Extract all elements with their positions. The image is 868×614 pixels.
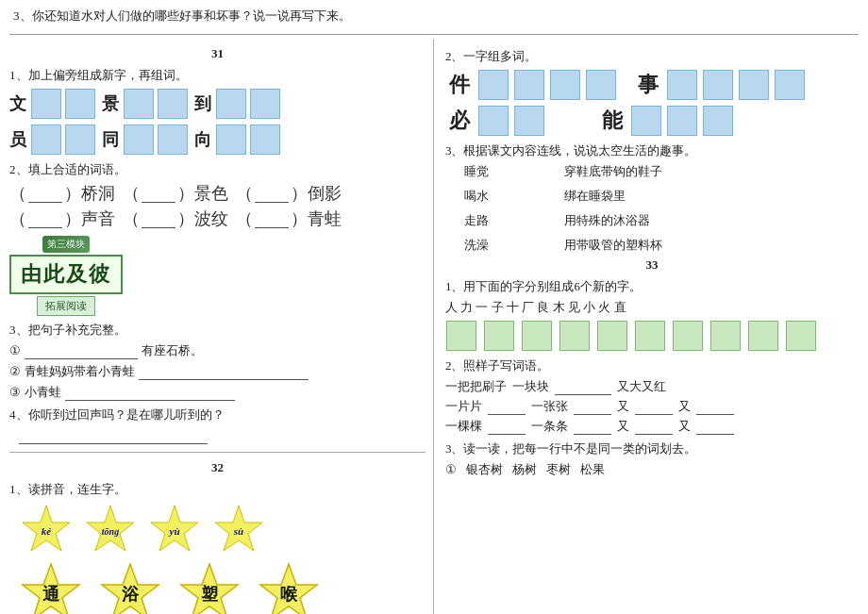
banner-label: 第三模块 <box>42 236 90 253</box>
cat-num: ① <box>445 462 457 477</box>
box-shi3[interactable] <box>739 70 769 100</box>
box-wen1[interactable] <box>31 89 61 119</box>
box-shi2[interactable] <box>703 70 733 100</box>
sentence-1-num: ① <box>9 343 21 358</box>
copy-dash2: 一张张 <box>531 398 568 415</box>
sentence-1: ① 有座石桥。 <box>9 342 426 359</box>
gbox7[interactable] <box>673 321 703 351</box>
q2-title: 2、填上合适的词语。 <box>9 161 426 178</box>
match-right-3: 用特殊的沐浴器 <box>564 212 662 229</box>
box-neng2[interactable] <box>667 106 697 136</box>
char-tong-label: 通 <box>42 583 59 606</box>
sentence-1-blank[interactable] <box>25 342 138 359</box>
box-xiang2[interactable] <box>250 124 280 155</box>
box-jian3[interactable] <box>550 70 580 100</box>
sentence-2-text: 青蛙妈妈带着小青蛙 <box>25 363 135 380</box>
copy-blank3d[interactable] <box>696 418 734 435</box>
right-q2-title: 3、根据课文内容连线，说说太空生活的趣事。 <box>445 142 859 159</box>
banner-sub: 拓展阅读 <box>37 296 95 316</box>
box-yuan2[interactable] <box>65 124 95 155</box>
box-jing2[interactable] <box>158 89 188 119</box>
gbox1[interactable] <box>446 321 476 351</box>
copy-blank2a[interactable] <box>488 398 526 415</box>
copy-ex3: 一棵棵 <box>445 418 482 435</box>
box-bi2[interactable] <box>514 106 544 136</box>
gbox5[interactable] <box>597 321 627 351</box>
q3-title: 3、把句子补充完整。 <box>9 322 426 339</box>
box-wen2[interactable] <box>65 89 95 119</box>
sentence-3: ③ 小青蛙 <box>9 384 426 401</box>
box-tong1[interactable] <box>124 124 154 155</box>
fill-daoying: （）倒影 <box>236 182 342 205</box>
box-shi1[interactable] <box>667 70 697 100</box>
gbox10[interactable] <box>786 321 816 351</box>
match-left-2: 喝水 <box>464 188 489 205</box>
sentence-2: ② 青蛙妈妈带着小青蛙 <box>9 363 426 380</box>
s33-q1-title: 1、用下面的字分别组成6个新的字。 <box>445 278 859 295</box>
char-tong: 同 <box>102 128 119 151</box>
sentence-2-num: ② <box>9 364 21 379</box>
box-neng1[interactable] <box>631 106 661 136</box>
box-jing1[interactable] <box>124 89 154 119</box>
char-jing: 景 <box>102 92 119 115</box>
star-ke: ké <box>19 504 74 558</box>
sentence-3-num: ③ <box>9 385 21 400</box>
gbox2[interactable] <box>484 321 514 351</box>
copy-blank3a[interactable] <box>488 418 526 435</box>
box-tong2[interactable] <box>158 124 188 155</box>
match-right-1: 穿鞋底带钩的鞋子 <box>564 163 662 180</box>
fill-qingwa: （）青蛙 <box>236 207 342 230</box>
gbox8[interactable] <box>710 321 741 351</box>
box-dao1[interactable] <box>216 89 246 119</box>
gbox3[interactable] <box>522 321 552 351</box>
box-shi4[interactable] <box>775 70 805 100</box>
copy-blank2d[interactable] <box>696 398 734 415</box>
gbox9[interactable] <box>748 321 778 351</box>
box-jian2[interactable] <box>514 70 544 100</box>
sentence-2-blank[interactable] <box>139 363 309 380</box>
star-yu-text: yù <box>170 525 180 537</box>
copy-text2b: 又 <box>678 398 691 415</box>
copy-ex2: 一片片 <box>445 398 482 415</box>
mid-divider <box>9 452 426 453</box>
copy-blank1[interactable] <box>555 378 611 395</box>
star-ke-text: ké <box>42 525 51 537</box>
star-yu: yù <box>147 504 202 558</box>
gbox4[interactable] <box>559 321 590 351</box>
box-xiang1[interactable] <box>216 124 246 155</box>
q1-32-title: 1、读拼音，连生字。 <box>9 481 426 498</box>
pp-jing: 景 <box>102 88 189 120</box>
box-yuan1[interactable] <box>31 124 61 155</box>
q4-blank[interactable] <box>19 427 208 444</box>
copy-blank3b[interactable] <box>574 418 611 435</box>
copy-row1: 一把把刷子 一块块 又大又红 <box>445 378 859 395</box>
fill-jingse: （）景色 <box>123 182 228 205</box>
cat-item4: 松果 <box>580 461 605 478</box>
gbox6[interactable] <box>635 321 665 351</box>
char-neng: 能 <box>598 107 626 135</box>
pinyin-stars-row: ké tōng yù <box>19 504 426 558</box>
box-bi1[interactable] <box>478 106 509 136</box>
left-column: 31 1、加上偏旁组成新字，再组词。 文 景 到 <box>9 39 434 614</box>
sentence-3-blank[interactable] <box>65 384 235 401</box>
q1-title: 1、加上偏旁组成新字，再组词。 <box>9 67 426 84</box>
box-dao2[interactable] <box>250 89 280 119</box>
right-column: 2、一字组多词。 件 事 必 <box>434 39 859 614</box>
sentence-1-suffix: 有座石桥。 <box>142 342 203 359</box>
char-hou-label: 喉 <box>280 583 297 606</box>
char-row-jian: 件 事 <box>445 69 859 101</box>
box-jian1[interactable] <box>478 70 509 100</box>
banner-title: 由此及彼 <box>9 255 123 294</box>
pp-wen: 文 <box>9 88 96 120</box>
char-su-label: 塑 <box>201 583 218 606</box>
copy-text1: 又大又红 <box>617 378 666 395</box>
match-left-col: 睡觉 喝水 走路 洗澡 <box>464 163 489 254</box>
top-divider <box>9 34 859 35</box>
pian-pang-row1: 文 景 到 <box>9 88 426 120</box>
copy-row2: 一片片 一张张 又 又 <box>445 398 859 415</box>
copy-blank2c[interactable] <box>635 398 673 415</box>
copy-blank3c[interactable] <box>635 418 673 435</box>
copy-blank2b[interactable] <box>574 398 611 415</box>
box-neng3[interactable] <box>703 106 733 136</box>
box-jian4[interactable] <box>586 70 616 100</box>
